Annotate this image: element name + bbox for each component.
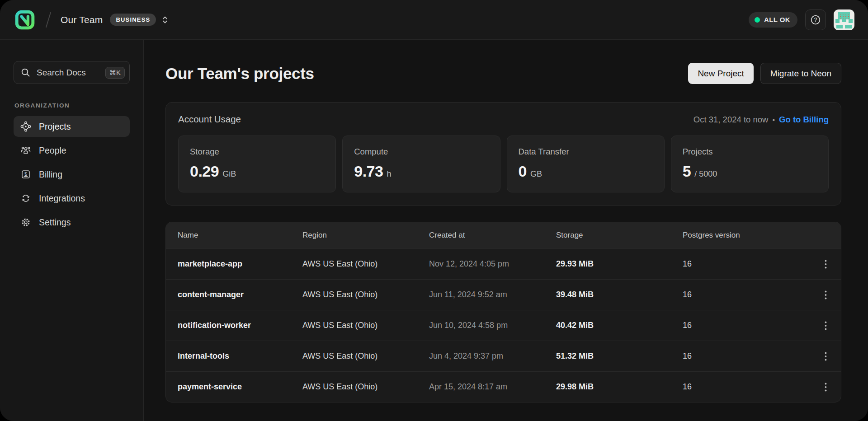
stat-value: 0.29 <box>190 163 219 180</box>
sidebar-item-label: Settings <box>39 217 71 228</box>
project-name[interactable]: marketplace-app <box>178 259 302 269</box>
column-header-name: Name <box>178 231 302 240</box>
projects-icon <box>20 121 31 132</box>
search-docs-label: Search Docs <box>37 68 99 78</box>
sidebar-item-label: Billing <box>39 169 62 180</box>
column-header-created-at: Created at <box>429 231 556 240</box>
sidebar-item-integrations[interactable]: Integrations <box>14 188 130 209</box>
stat-value: 5 <box>683 163 691 180</box>
go-to-billing-link[interactable]: Go to Billing <box>779 115 829 125</box>
neon-console-window: Our Team BUSINESS ALL OK ? <box>0 0 868 421</box>
table-row[interactable]: content-manager AWS US East (Ohio) Jun 1… <box>166 279 841 310</box>
projects-table: Name Region Created at Storage Postgres … <box>165 222 841 402</box>
table-row[interactable]: notification-worker AWS US East (Ohio) J… <box>166 310 841 341</box>
org-name: Our Team <box>61 14 103 25</box>
top-header: Our Team BUSINESS ALL OK ? <box>0 0 868 40</box>
new-project-button[interactable]: New Project <box>688 63 753 84</box>
people-icon <box>20 145 31 156</box>
project-version: 16 <box>683 382 806 392</box>
kebab-menu-icon <box>825 290 827 299</box>
project-version: 16 <box>683 259 806 269</box>
project-storage: 51.32 MiB <box>556 351 683 361</box>
column-header-region: Region <box>302 231 429 240</box>
project-region: AWS US East (Ohio) <box>302 290 429 299</box>
table-row[interactable]: marketplace-app AWS US East (Ohio) Nov 1… <box>166 248 841 279</box>
sidebar-item-label: Projects <box>39 122 71 132</box>
main-content: Our Team's projects New Project Migrate … <box>144 40 868 421</box>
table-header-row: Name Region Created at Storage Postgres … <box>166 222 841 248</box>
status-badge[interactable]: ALL OK <box>749 12 797 28</box>
migrate-to-neon-button[interactable]: Migrate to Neon <box>760 63 841 84</box>
row-menu-button[interactable] <box>816 378 835 396</box>
project-storage: 39.48 MiB <box>556 290 683 299</box>
project-created: Jun 10, 2024 4:58 pm <box>429 321 556 330</box>
sidebar-item-projects[interactable]: Projects <box>14 116 130 137</box>
user-avatar[interactable] <box>834 9 854 30</box>
kebab-menu-icon <box>825 383 827 392</box>
project-name[interactable]: content-manager <box>178 290 302 299</box>
sidebar-item-label: Integrations <box>39 193 85 204</box>
project-version: 16 <box>683 290 806 299</box>
status-label: ALL OK <box>764 16 790 23</box>
stat-card-storage: Storage 0.29 GiB <box>178 136 336 192</box>
sidebar-item-billing[interactable]: $ Billing <box>14 164 130 185</box>
stat-value: 9.73 <box>354 163 383 180</box>
search-docs-input[interactable]: Search Docs ⌘K <box>14 61 130 84</box>
row-menu-button[interactable] <box>816 255 835 273</box>
bullet-separator: • <box>772 116 775 124</box>
help-button[interactable]: ? <box>805 9 826 30</box>
svg-text:$: $ <box>24 171 27 177</box>
plan-badge: BUSINESS <box>110 14 156 26</box>
project-region: AWS US East (Ohio) <box>302 321 429 330</box>
table-row[interactable]: payment-service AWS US East (Ohio) Apr 1… <box>166 371 841 402</box>
project-name[interactable]: notification-worker <box>178 321 302 330</box>
stat-card-data-transfer: Data Transfer 0 GB <box>507 136 665 192</box>
sidebar-item-settings[interactable]: Settings <box>14 212 130 233</box>
kebab-menu-icon <box>825 321 827 330</box>
project-created: Jun 4, 2024 9:37 pm <box>429 351 556 361</box>
billing-icon: $ <box>20 169 31 180</box>
breadcrumb-slash-divider <box>46 12 51 28</box>
row-menu-button[interactable] <box>816 286 835 304</box>
project-name[interactable]: payment-service <box>178 382 302 392</box>
question-mark-icon: ? <box>810 14 821 25</box>
account-usage-panel: Account Usage Oct 31, 2024 to now • Go t… <box>165 102 841 206</box>
project-name[interactable]: internal-tools <box>178 351 302 361</box>
kebab-menu-icon <box>825 352 827 361</box>
stat-unit: GB <box>530 169 542 179</box>
project-version: 16 <box>683 351 806 361</box>
sidebar: Search Docs ⌘K ORGANIZATION Projects <box>0 40 144 421</box>
sidebar-item-people[interactable]: People <box>14 140 130 161</box>
project-storage: 29.98 MiB <box>556 382 683 392</box>
chevron-up-down-icon <box>161 15 169 25</box>
column-header-postgres-version: Postgres version <box>683 231 806 240</box>
project-created: Nov 12, 2024 4:05 pm <box>429 259 556 269</box>
table-row[interactable]: internal-tools AWS US East (Ohio) Jun 4,… <box>166 341 841 371</box>
column-header-storage: Storage <box>556 231 683 240</box>
stat-label: Storage <box>190 147 324 157</box>
project-storage: 29.93 MiB <box>556 259 683 269</box>
kebab-menu-icon <box>825 260 827 269</box>
stat-card-projects: Projects 5 / 5000 <box>671 136 829 192</box>
project-storage: 40.42 MiB <box>556 321 683 330</box>
org-switcher-button[interactable] <box>161 15 169 25</box>
stat-value: 0 <box>519 163 527 180</box>
row-menu-button[interactable] <box>816 347 835 365</box>
page-title: Our Team's projects <box>165 65 314 83</box>
search-shortcut-badge: ⌘K <box>105 67 125 79</box>
search-icon <box>20 67 31 78</box>
svg-text:?: ? <box>814 17 817 23</box>
settings-gear-icon <box>20 217 31 228</box>
project-region: AWS US East (Ohio) <box>302 259 429 269</box>
project-region: AWS US East (Ohio) <box>302 382 429 392</box>
stat-unit: / 5000 <box>694 169 717 179</box>
integrations-icon <box>20 193 31 204</box>
sidebar-nav: Projects People <box>14 116 130 233</box>
neon-logo-icon[interactable] <box>14 9 35 30</box>
stat-unit: h <box>387 169 391 179</box>
usage-period: Oct 31, 2024 to now <box>693 115 769 125</box>
project-created: Apr 15, 2024 8:17 am <box>429 382 556 392</box>
stat-card-compute: Compute 9.73 h <box>342 136 500 192</box>
row-menu-button[interactable] <box>816 317 835 335</box>
status-dot-icon <box>755 17 760 23</box>
